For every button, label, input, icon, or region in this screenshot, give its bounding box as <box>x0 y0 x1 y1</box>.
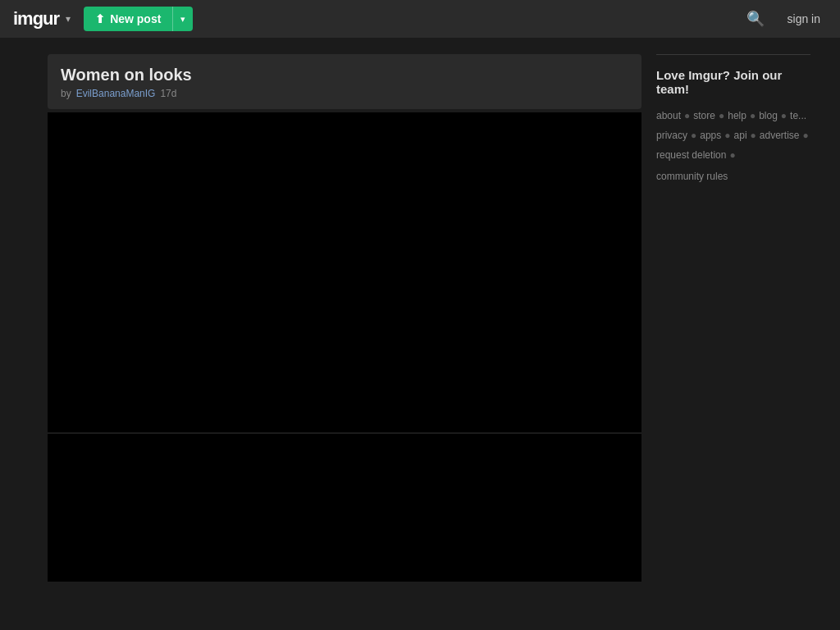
new-post-button[interactable]: ⬆ New post <box>84 7 172 31</box>
search-icon: 🔍 <box>746 11 765 27</box>
post-title: Women on looks <box>61 66 628 84</box>
about-link[interactable]: about <box>656 106 681 126</box>
sidebar-link-row-1: about ● store ● help ● blog ● te... <box>656 106 810 126</box>
post-image-secondary <box>48 434 641 582</box>
sign-in-button[interactable]: sign in <box>781 9 827 29</box>
post-header: Women on looks by EvilBananaManIG 17d <box>48 54 641 109</box>
api-link[interactable]: api <box>734 126 747 145</box>
sidebar-links: about ● store ● help ● blog ● te... priv… <box>656 106 810 186</box>
page-content: Women on looks by EvilBananaManIG 17d Lo… <box>0 38 840 630</box>
sidebar-link-row-2: privacy ● apps ● api ● advertise ● <box>656 126 810 145</box>
new-post-wrapper: ⬆ New post ▾ <box>84 7 193 31</box>
dot-sep-3: ● <box>750 106 756 126</box>
sidebar-divider <box>656 54 810 55</box>
apps-link[interactable]: apps <box>700 126 721 145</box>
terms-link[interactable]: te... <box>790 106 806 126</box>
dot-sep-4: ● <box>781 106 787 126</box>
store-link[interactable]: store <box>693 106 715 126</box>
logo-area[interactable]: imgur ▾ <box>13 8 74 30</box>
dot-sep-1: ● <box>684 106 690 126</box>
sidebar-link-row-3: request deletion ● community rules <box>656 145 810 186</box>
upload-icon: ⬆ <box>95 12 105 25</box>
dot-sep-8: ● <box>803 126 809 145</box>
dot-sep-9: ● <box>729 145 735 165</box>
community-rules-link[interactable]: community rules <box>656 167 728 186</box>
logo-dropdown-icon[interactable]: ▾ <box>62 11 74 26</box>
navbar: imgur ▾ ⬆ New post ▾ 🔍 sign in <box>0 0 840 38</box>
dot-sep-2: ● <box>719 106 724 126</box>
advertise-link[interactable]: advertise <box>760 126 800 145</box>
blog-link[interactable]: blog <box>759 106 778 126</box>
dot-sep-7: ● <box>751 126 756 145</box>
post-time: 17d <box>160 88 176 99</box>
search-button[interactable]: 🔍 <box>740 7 771 31</box>
help-link[interactable]: help <box>728 106 746 126</box>
dot-sep-6: ● <box>724 126 730 145</box>
new-post-label: New post <box>110 12 161 25</box>
privacy-link[interactable]: privacy <box>656 126 687 145</box>
sidebar: Love Imgur? Join our team! about ● store… <box>643 38 824 630</box>
main-content: Women on looks by EvilBananaManIG 17d <box>0 38 643 630</box>
post-username[interactable]: EvilBananaManIG <box>76 88 156 99</box>
new-post-caret-button[interactable]: ▾ <box>172 7 193 31</box>
logo-text: imgur <box>13 8 59 30</box>
caret-down-icon: ▾ <box>180 14 185 24</box>
dot-sep-5: ● <box>691 126 696 145</box>
post-card: Women on looks by EvilBananaManIG 17d <box>48 54 641 109</box>
post-image-primary <box>48 112 641 432</box>
post-meta: by EvilBananaManIG 17d <box>61 88 628 99</box>
request-deletion-link[interactable]: request deletion <box>656 145 726 165</box>
sidebar-love-text: Love Imgur? Join our team! <box>656 68 810 96</box>
by-label: by <box>61 88 71 99</box>
